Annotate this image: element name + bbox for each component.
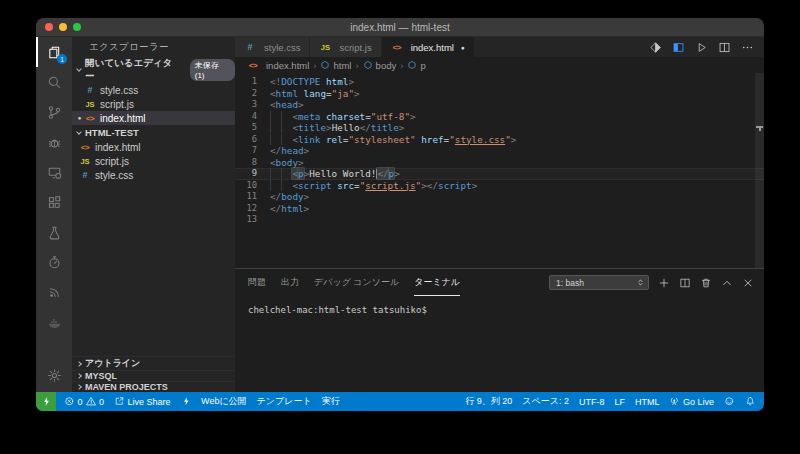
breadcrumb-separator: ›	[400, 60, 403, 71]
breadcrumb-item[interactable]: body	[363, 60, 397, 71]
bug-icon	[47, 135, 62, 150]
code-token: "ja"	[332, 88, 354, 99]
code-token: style.css	[455, 134, 505, 145]
live-share-status[interactable]: Live Share	[114, 396, 171, 407]
code-token	[281, 168, 292, 179]
kill-terminal-button[interactable]	[700, 277, 712, 289]
close-window-button[interactable]	[45, 23, 53, 31]
line-number: 10	[235, 180, 257, 192]
preview-diamond-button[interactable]	[649, 41, 662, 54]
error-count: 0	[78, 397, 83, 407]
debug-activity-icon[interactable]	[36, 127, 72, 157]
title-bar[interactable]: index.html — html-test	[36, 18, 764, 37]
open-editor-item[interactable]: ●<>index.html	[72, 111, 235, 125]
code-token: </	[427, 180, 438, 191]
code-line: 11</body>	[235, 191, 764, 203]
extensions-activity-icon[interactable]	[36, 187, 72, 217]
notifications-status[interactable]	[745, 396, 756, 407]
code-token	[281, 111, 292, 122]
split-terminal-button[interactable]	[679, 277, 691, 289]
code-token: script.js	[365, 180, 415, 191]
run-status[interactable]: 実行	[322, 395, 340, 408]
code-token: src	[337, 180, 354, 191]
breadcrumb-item[interactable]: <>index.html	[247, 60, 309, 71]
folder-header[interactable]: HTML-TEST	[72, 125, 235, 140]
tree-item[interactable]: JSscript.js	[72, 154, 235, 168]
tab-script.js[interactable]: JSscript.js	[310, 37, 381, 57]
editor-scrollbar[interactable]	[755, 73, 764, 268]
window-title: index.html — html-test	[350, 22, 449, 33]
sidebar-section-アウトライン[interactable]: アウトライン	[72, 356, 235, 370]
cursor-position-status[interactable]: 行 9、列 20	[465, 395, 512, 408]
shell-selector[interactable]: 1: bash	[549, 275, 649, 290]
zoom-window-button[interactable]	[73, 23, 81, 31]
line-content: <meta charset="utf-8">	[270, 111, 416, 123]
code-line: 8<body>	[235, 157, 764, 169]
open-preview-button[interactable]	[672, 41, 685, 54]
feed-activity-icon[interactable]	[36, 277, 72, 307]
trash-icon	[700, 277, 712, 289]
css-file-icon: #	[79, 170, 91, 180]
updown-arrows-icon	[636, 278, 645, 287]
editor-actions	[649, 37, 764, 57]
tree-item[interactable]: #style.css	[72, 168, 235, 182]
sidebar-section-MAVEN PROJECTS[interactable]: MAVEN PROJECTS	[72, 381, 235, 392]
code-token: "utf-8"	[371, 111, 410, 122]
panel-tab-デバッグ コンソール[interactable]: デバッグ コンソール	[314, 269, 399, 296]
source-control-activity-icon[interactable]	[36, 97, 72, 127]
new-terminal-button[interactable]	[658, 277, 670, 289]
code-token	[270, 111, 281, 122]
remote-indicator[interactable]	[36, 392, 56, 411]
close-panel-button[interactable]	[742, 277, 754, 289]
publish-label: Webに公開	[201, 395, 247, 408]
timer-activity-icon[interactable]	[36, 247, 72, 277]
open-editors-header[interactable]: 開いているエディター 未保存 (1)	[72, 57, 235, 83]
maximize-panel-button[interactable]	[721, 277, 733, 289]
html-file-icon: <>	[84, 114, 96, 123]
open-editors-label: 開いているエディター	[85, 57, 180, 83]
open-editor-item[interactable]: JSscript.js	[72, 97, 235, 111]
sidebar-section-MYSQL[interactable]: MYSQL	[72, 370, 235, 381]
tree-item[interactable]: <>index.html	[72, 140, 235, 154]
test-explorer-activity-icon[interactable]	[36, 217, 72, 247]
code-token: >	[399, 122, 405, 133]
more-actions-button[interactable]	[741, 41, 754, 54]
open-editor-item[interactable]: #style.css	[72, 83, 235, 97]
docker-activity-icon[interactable]	[36, 307, 72, 337]
panel-tab-問題[interactable]: 問題	[248, 269, 266, 296]
file-tree: <>index.htmlJSscript.js#style.css	[72, 140, 235, 182]
feedback-status[interactable]	[724, 396, 735, 407]
go-live-status[interactable]: Go Live	[669, 396, 714, 407]
panel-tab-ターミナル[interactable]: ターミナル	[414, 269, 460, 296]
split-editor-button[interactable]	[718, 41, 731, 54]
deploy-status[interactable]	[181, 396, 192, 407]
problems-status[interactable]: 0 0	[64, 396, 104, 407]
run-button[interactable]	[695, 41, 708, 54]
line-number: 12	[235, 203, 257, 215]
terminal-output[interactable]: chelchel-mac:html-test tatsuhiko$	[235, 296, 764, 392]
language-mode-status[interactable]: HTML	[635, 397, 660, 407]
tab-index.html[interactable]: <>index.html●	[382, 37, 475, 57]
remote-explorer-activity-icon[interactable]	[36, 157, 72, 187]
code-editor[interactable]: 1<!DOCTYPE html>2<html lang="ja">3<head>…	[235, 73, 764, 268]
file-label: style.css	[95, 170, 133, 181]
unsaved-badge: 未保存 (1)	[190, 59, 235, 81]
breadcrumb-item[interactable]: html	[320, 60, 351, 71]
encoding-status[interactable]: UTF-8	[579, 397, 605, 407]
indentation-status[interactable]: スペース: 2	[522, 395, 569, 408]
search-activity-icon[interactable]	[36, 67, 72, 97]
file-label: style.css	[100, 85, 138, 96]
tab-style.css[interactable]: #style.css	[235, 37, 310, 57]
eol-status[interactable]: LF	[614, 397, 625, 407]
code-line: 5 <title>Hello</title>	[235, 122, 764, 134]
breadcrumb-separator: ›	[355, 60, 358, 71]
template-status[interactable]: テンプレート	[257, 395, 312, 408]
code-token: >	[298, 157, 304, 168]
manage-activity-icon[interactable]	[36, 360, 72, 390]
breadcrumb-item[interactable]: p	[407, 60, 425, 71]
code-token: head	[276, 99, 298, 110]
minimize-window-button[interactable]	[59, 23, 67, 31]
explorer-activity-icon[interactable]: 1	[36, 37, 72, 67]
panel-tab-出力[interactable]: 出力	[281, 269, 299, 296]
publish-web-status[interactable]: Webに公開	[201, 395, 247, 408]
